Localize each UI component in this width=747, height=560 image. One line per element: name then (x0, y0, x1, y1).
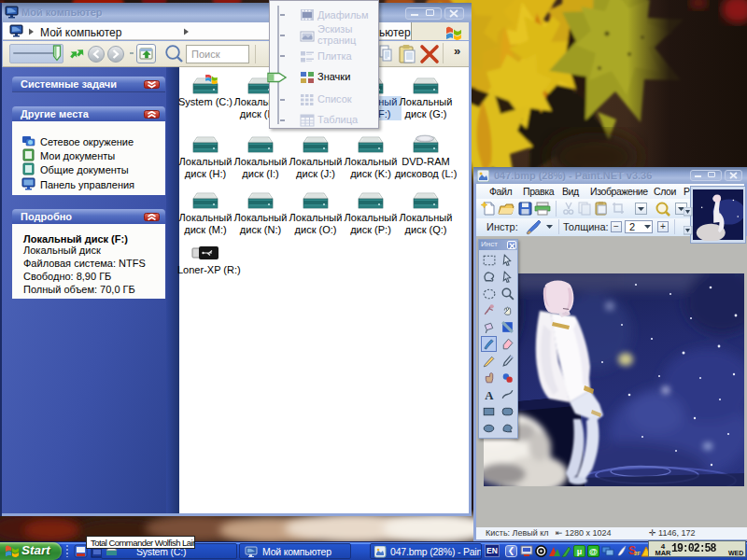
svg-text:A: A (485, 389, 494, 402)
